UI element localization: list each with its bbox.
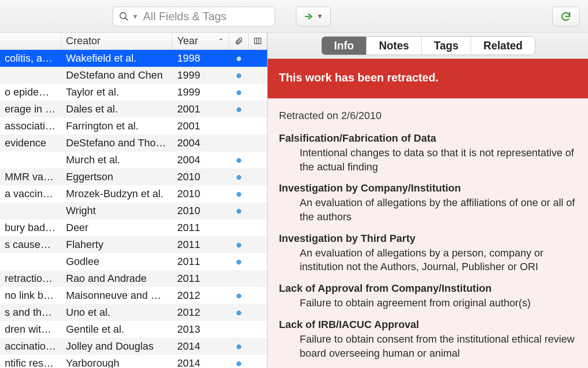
cell-creator: Wright <box>61 202 172 219</box>
table-row[interactable]: ntific rese…Yarborough2014 <box>0 355 267 368</box>
table-row[interactable]: no link bet…Maisonneuve and Fl…2012 <box>0 287 267 304</box>
column-year[interactable]: Year ⌃ <box>172 33 229 49</box>
cell-title: bury bad … <box>0 219 61 236</box>
locate-caret-icon[interactable]: ▼ <box>317 13 323 20</box>
table-row[interactable]: Wright2010 <box>0 202 267 219</box>
cell-title <box>0 253 61 270</box>
table-row[interactable]: bury bad …Deer2011 <box>0 219 267 236</box>
cell-year: 2010 <box>172 168 229 185</box>
search-icon <box>119 11 129 22</box>
attachment-dot-icon <box>237 73 241 78</box>
locate-button[interactable]: ▼ <box>296 7 331 26</box>
column-year-label: Year <box>177 35 198 47</box>
svg-rect-2 <box>254 38 261 44</box>
attachment-dot-icon <box>237 56 241 61</box>
sort-asc-icon: ⌃ <box>218 37 224 45</box>
cell-creator: Jolley and Douglas <box>61 338 172 355</box>
attachment-dot-icon <box>237 90 241 95</box>
column-creator[interactable]: Creator <box>61 33 172 49</box>
retraction-banner: This work has been retracted. <box>268 59 588 98</box>
search-input[interactable]: ▼ All Fields & Tags <box>113 7 275 26</box>
cell-creator: Wakefield et al. <box>61 50 172 67</box>
table-row[interactable]: evidenceDeStefano and Tho…2004 <box>0 135 267 152</box>
reason-title: Lack of IRB/IACUC Approval <box>279 319 577 331</box>
table-row[interactable]: associationFarrington et al.2001 <box>0 118 267 135</box>
detail-tab-strip: InfoNotesTagsRelated <box>268 33 588 59</box>
cell-creator: Yarborough <box>61 355 172 368</box>
cell-attachment <box>229 185 249 202</box>
tab-info[interactable]: Info <box>322 37 367 55</box>
table-row[interactable]: s caused b…Flaherty2011 <box>0 236 267 253</box>
cell-title: s and the t… <box>0 304 61 321</box>
tab-related[interactable]: Related <box>471 37 535 55</box>
attachment-dot-icon <box>237 311 241 315</box>
cell-year: 2004 <box>172 135 229 152</box>
attachment-dot-icon <box>237 260 241 264</box>
table-row[interactable]: Murch et al.2004 <box>0 152 267 168</box>
column-title[interactable] <box>0 33 61 49</box>
svg-point-0 <box>120 12 126 18</box>
retraction-reason: Investigation by Third PartyAn evaluatio… <box>279 232 577 274</box>
table-row[interactable]: retraction…Rao and Andrade2011 <box>0 270 267 287</box>
sync-icon <box>560 11 572 22</box>
cell-attachment <box>229 253 249 270</box>
reason-description: An evaluation of allegations by a person… <box>300 246 577 274</box>
cell-title: dren with … <box>0 321 61 338</box>
cell-year: 2011 <box>172 270 229 287</box>
column-headers: Creator Year ⌃ <box>0 33 267 50</box>
cell-attachment <box>229 287 249 304</box>
cell-year: 2001 <box>172 101 229 118</box>
cell-attachment <box>229 270 249 287</box>
cell-creator: Maisonneuve and Fl… <box>61 287 172 304</box>
tab-notes[interactable]: Notes <box>367 37 422 55</box>
column-attachment[interactable] <box>229 33 249 49</box>
detail-body: Retracted on 2/6/2010 Falsification/Fabr… <box>268 98 588 368</box>
cell-title: no link bet… <box>0 287 61 304</box>
table-row[interactable]: a vaccinati…Mrozek-Budzyn et al.2010 <box>0 185 267 202</box>
cell-attachment <box>229 355 249 368</box>
cell-title <box>0 67 61 84</box>
reason-title: Investigation by Company/Institution <box>279 182 577 194</box>
table-row[interactable]: MMR vacci…Eggertson2010 <box>0 168 267 185</box>
attachment-dot-icon <box>237 344 241 349</box>
cell-attachment <box>229 219 249 236</box>
table-row[interactable]: o epidemio…Taylor et al.1999 <box>0 84 267 101</box>
item-detail-pane: InfoNotesTagsRelated This work has been … <box>268 33 588 368</box>
attachment-dot-icon <box>237 107 241 112</box>
search-mode-caret-icon[interactable]: ▼ <box>132 13 139 20</box>
table-row[interactable]: DeStefano and Chen1999 <box>0 67 267 84</box>
cell-creator: Dales et al. <box>61 101 172 118</box>
items-pane: Creator Year ⌃ colitis, an…Wakefield et … <box>0 33 268 368</box>
table-row[interactable]: dren with …Gentile et al.2013 <box>0 321 267 338</box>
cell-attachment <box>229 202 249 219</box>
table-row[interactable]: erage in C…Dales et al.2001 <box>0 101 267 118</box>
cell-year: 2001 <box>172 118 229 135</box>
search-placeholder: All Fields & Tags <box>143 10 227 23</box>
cell-attachment <box>229 168 249 185</box>
table-row[interactable]: accination…Jolley and Douglas2014 <box>0 338 267 355</box>
tab-tags[interactable]: Tags <box>422 37 471 55</box>
cell-creator: Godlee <box>61 253 172 270</box>
cell-year: 2010 <box>172 202 229 219</box>
cell-attachment <box>229 50 249 67</box>
cell-creator: DeStefano and Tho… <box>61 135 172 152</box>
reason-description: Failure to obtain agreement from origina… <box>300 296 577 310</box>
cell-attachment <box>229 152 249 168</box>
cell-creator: Gentile et al. <box>61 321 172 338</box>
table-row[interactable]: colitis, an…Wakefield et al.1998 <box>0 50 267 67</box>
cell-year: 2013 <box>172 321 229 338</box>
table-row[interactable]: s and the t…Uno et al.2012 <box>0 304 267 321</box>
cell-year: 2012 <box>172 304 229 321</box>
cell-year: 2012 <box>172 287 229 304</box>
cell-title: retraction… <box>0 270 61 287</box>
column-picker[interactable] <box>249 33 267 49</box>
sync-button[interactable] <box>552 7 580 26</box>
retraction-reason: Lack of IRB/IACUC ApprovalFailure to obt… <box>279 319 577 360</box>
arrow-right-icon <box>304 12 313 21</box>
columns-icon <box>253 37 262 45</box>
cell-title: erage in C… <box>0 101 61 118</box>
table-row[interactable]: Godlee2011 <box>0 253 267 270</box>
item-list[interactable]: colitis, an…Wakefield et al.1998DeStefan… <box>0 50 267 368</box>
cell-year: 1999 <box>172 84 229 101</box>
cell-creator: Deer <box>61 219 172 236</box>
